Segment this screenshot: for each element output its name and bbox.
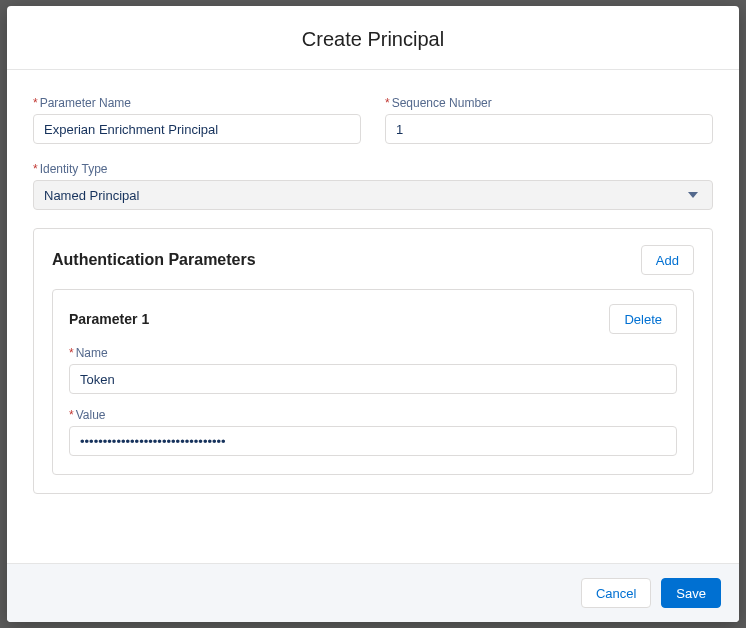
auth-parameter-header: Parameter 1 Delete bbox=[69, 304, 677, 334]
modal-footer: Cancel Save bbox=[7, 563, 739, 622]
identity-type-value: Named Principal bbox=[44, 188, 139, 203]
auth-panel-title: Authentication Parameters bbox=[52, 251, 256, 269]
auth-parameters-panel: Authentication Parameters Add Parameter … bbox=[33, 228, 713, 494]
param-name-input[interactable] bbox=[69, 364, 677, 394]
required-indicator: * bbox=[33, 162, 38, 176]
required-indicator: * bbox=[69, 346, 74, 360]
param-value-field: *Value bbox=[69, 408, 677, 456]
sequence-number-input[interactable] bbox=[385, 114, 713, 144]
param-name-label: *Name bbox=[69, 346, 677, 360]
parameter-name-field: *Parameter Name bbox=[33, 96, 361, 144]
param-name-field: *Name bbox=[69, 346, 677, 394]
modal-title: Create Principal bbox=[7, 6, 739, 70]
save-button[interactable]: Save bbox=[661, 578, 721, 608]
param-value-label: *Value bbox=[69, 408, 677, 422]
identity-type-field: *Identity Type Named Principal bbox=[33, 162, 713, 210]
identity-type-label: *Identity Type bbox=[33, 162, 713, 176]
parameter-name-input[interactable] bbox=[33, 114, 361, 144]
param-value-input[interactable] bbox=[69, 426, 677, 456]
modal-body: *Parameter Name *Sequence Number *Identi… bbox=[7, 70, 739, 563]
required-indicator: * bbox=[385, 96, 390, 110]
identity-type-select[interactable]: Named Principal bbox=[33, 180, 713, 210]
chevron-down-icon bbox=[688, 192, 698, 198]
sequence-number-label: *Sequence Number bbox=[385, 96, 713, 110]
auth-panel-header: Authentication Parameters Add bbox=[52, 245, 694, 275]
top-fields-row: *Parameter Name *Sequence Number bbox=[33, 96, 713, 144]
auth-parameter-item: Parameter 1 Delete *Name *Value bbox=[52, 289, 694, 475]
auth-parameter-title: Parameter 1 bbox=[69, 311, 149, 327]
cancel-button[interactable]: Cancel bbox=[581, 578, 651, 608]
delete-button[interactable]: Delete bbox=[609, 304, 677, 334]
parameter-name-label: *Parameter Name bbox=[33, 96, 361, 110]
required-indicator: * bbox=[69, 408, 74, 422]
required-indicator: * bbox=[33, 96, 38, 110]
create-principal-modal: Create Principal *Parameter Name *Sequen… bbox=[7, 6, 739, 622]
sequence-number-field: *Sequence Number bbox=[385, 96, 713, 144]
add-button[interactable]: Add bbox=[641, 245, 694, 275]
